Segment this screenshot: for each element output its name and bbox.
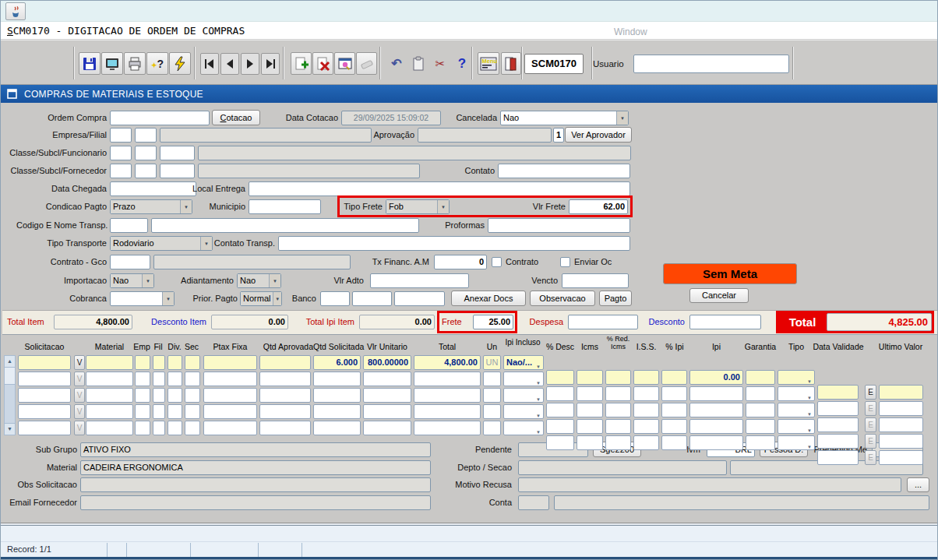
empresa-input[interactable]: [110, 128, 132, 143]
cell-vlr-unitario[interactable]: [363, 421, 411, 435]
cell-emp[interactable]: [135, 372, 150, 386]
cell-solicitacao[interactable]: [18, 404, 71, 419]
cell-solicitacao[interactable]: [18, 421, 71, 435]
cancelar-button[interactable]: Cancelar: [689, 288, 749, 303]
delete-record-button[interactable]: [312, 52, 333, 75]
cell-total[interactable]: [414, 421, 481, 435]
cell-tipo-dropdown[interactable]: [778, 435, 815, 450]
cell-fil[interactable]: [153, 421, 165, 435]
cell-icms[interactable]: [577, 435, 603, 450]
cell-div[interactable]: [168, 355, 182, 370]
cell-vlr-unitario[interactable]: [363, 404, 411, 419]
banco-input-3[interactable]: [394, 291, 445, 306]
frete-input[interactable]: 25.00: [473, 315, 513, 329]
cell-garantia[interactable]: [746, 435, 775, 450]
codigo-transp-input[interactable]: [110, 218, 148, 233]
cell-ipi-incluso-dropdown[interactable]: [503, 421, 544, 435]
subcl-forn-input[interactable]: [135, 164, 157, 178]
cell-sec[interactable]: [185, 404, 200, 419]
vlr-frete-input[interactable]: 62.00: [569, 199, 628, 214]
cell-ptax-fixa[interactable]: [203, 404, 257, 419]
menu-item-window[interactable]: Window: [614, 26, 647, 37]
cell-ptax-fixa[interactable]: [203, 355, 257, 370]
cell-total[interactable]: 4,800.00: [414, 355, 481, 370]
cell-data-validade[interactable]: [817, 450, 859, 465]
prior-pagto-dropdown[interactable]: Normal: [240, 291, 282, 306]
cell-ultimo-valor[interactable]: [879, 450, 923, 465]
print-button[interactable]: [124, 52, 146, 75]
e-button[interactable]: E: [865, 434, 876, 449]
execute-button[interactable]: [169, 52, 191, 75]
cell-emp[interactable]: [135, 355, 150, 370]
cell-div[interactable]: [168, 372, 182, 386]
cell-fil[interactable]: [153, 404, 165, 419]
insert-record-button[interactable]: [291, 52, 312, 75]
cell-total[interactable]: [414, 372, 481, 386]
pagto-button[interactable]: Pagto: [599, 291, 632, 306]
cell-solicitacao[interactable]: [18, 355, 71, 370]
cell-qtd-aprovada[interactable]: [259, 404, 311, 419]
contrato-gco-input[interactable]: [110, 255, 150, 269]
cell-material[interactable]: [86, 421, 133, 435]
cell-material[interactable]: [86, 372, 133, 386]
ordem-compra-input[interactable]: [110, 111, 210, 125]
despesa-input[interactable]: [568, 315, 638, 329]
municipio-input[interactable]: [249, 199, 321, 214]
cell-div[interactable]: [168, 421, 182, 435]
contato-transp-input[interactable]: [278, 236, 630, 251]
classe-func-input[interactable]: [110, 146, 132, 160]
cell-fil[interactable]: [153, 388, 165, 403]
v-button[interactable]: V: [74, 404, 85, 419]
filial-input[interactable]: [135, 128, 157, 143]
cell-ipi-incluso-dropdown[interactable]: Nao/...: [503, 355, 544, 370]
chevron-down-icon[interactable]: [437, 200, 449, 213]
more-options-button[interactable]: ...: [907, 477, 929, 492]
anexar-docs-button[interactable]: Anexar Docs: [451, 291, 526, 306]
cell-qtd-solicitada[interactable]: [313, 404, 361, 419]
cell-data-validade[interactable]: [817, 434, 859, 449]
cell-material[interactable]: [86, 388, 133, 403]
cell-qtd-aprovada[interactable]: [259, 388, 311, 403]
adiantamento-dropdown[interactable]: Nao: [237, 273, 281, 288]
proformas-input[interactable]: [488, 218, 630, 233]
classe-forn-input[interactable]: [110, 164, 132, 178]
cell-qtd-aprovada[interactable]: [259, 355, 311, 370]
chevron-down-icon[interactable]: [142, 274, 153, 287]
cell-pct-ipi[interactable]: [661, 435, 687, 450]
nav-last-button[interactable]: [261, 53, 280, 75]
cell-emp[interactable]: [135, 421, 150, 435]
cell-pct-red-icms[interactable]: [605, 435, 631, 450]
nav-first-button[interactable]: [200, 53, 219, 75]
tipo-frete-dropdown[interactable]: Fob: [386, 199, 450, 214]
cell-vlr-unitario[interactable]: [363, 388, 411, 403]
nav-next-button[interactable]: [241, 53, 259, 75]
cell-ipi-incluso-dropdown[interactable]: [503, 372, 544, 386]
cell-total[interactable]: [414, 388, 481, 403]
cell-vlr-unitario[interactable]: [363, 372, 411, 386]
chevron-down-icon[interactable]: [616, 111, 628, 125]
nome-transp-input[interactable]: [151, 218, 419, 233]
cell-div[interactable]: [168, 404, 182, 419]
cell-qtd-aprovada[interactable]: [259, 372, 311, 386]
java-app-button[interactable]: [5, 2, 26, 20]
cell-solicitacao[interactable]: [18, 388, 71, 403]
cell-emp[interactable]: [135, 404, 150, 419]
e-button[interactable]: E: [865, 450, 876, 465]
cell-material[interactable]: [86, 355, 133, 370]
chevron-down-icon[interactable]: [273, 292, 281, 305]
cell-vlr-unitario[interactable]: 800.00000: [363, 355, 411, 370]
exit-button[interactable]: [501, 52, 521, 75]
contrato-checkbox[interactable]: [492, 257, 502, 267]
cell-sec[interactable]: [185, 372, 200, 386]
clear-button[interactable]: [356, 52, 377, 75]
ver-aprovador-button[interactable]: Ver Aprovador: [565, 127, 632, 143]
cell-qtd-solicitada[interactable]: 6.000: [313, 355, 361, 370]
cell-ipi-incluso-dropdown[interactable]: [503, 388, 544, 403]
cell-div[interactable]: [168, 388, 182, 403]
cell-qtd-solicitada[interactable]: [313, 388, 361, 403]
cell-ptax-fixa[interactable]: [203, 372, 257, 386]
cell-ptax-fixa[interactable]: [203, 421, 257, 435]
v-button[interactable]: V: [74, 388, 85, 403]
nav-previous-button[interactable]: [220, 53, 239, 75]
tx-financ-input[interactable]: 0: [434, 255, 487, 269]
